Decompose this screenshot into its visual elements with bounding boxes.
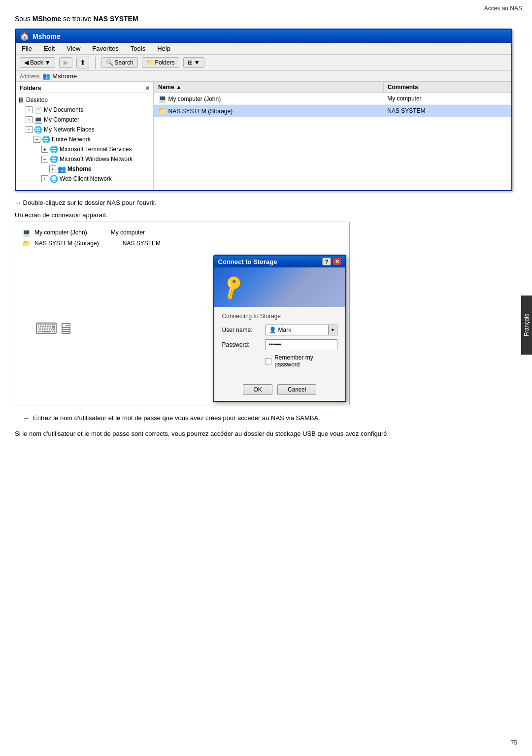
back-dropdown-icon: ▼ xyxy=(45,59,51,66)
entire-network-icon: 🌐 xyxy=(42,135,50,143)
menu-file[interactable]: File xyxy=(20,44,34,53)
my-computer-label: My Computer xyxy=(44,116,79,123)
footer-text-1: Entrez le nom d'utilisateur et le mot de… xyxy=(33,413,320,423)
dialog-password-field: Password: •••••• xyxy=(222,339,337,350)
tree-terminal-services[interactable]: + 🌐 Microsoft Terminal Services xyxy=(18,144,151,154)
preview-row-1: 💻 My computer (John) My computer xyxy=(22,227,342,238)
tree-my-network-places[interactable]: − 🌐 My Network Places xyxy=(18,125,151,134)
table-row[interactable]: 💻My computer (John) My computer xyxy=(154,93,511,105)
page-number: 75 xyxy=(511,739,517,746)
dialog-form: Connecting to Storage User name: 👤 Mark … xyxy=(214,307,345,380)
mshome-icon: 👥 xyxy=(58,165,66,173)
toolbar-sep1 xyxy=(95,57,96,68)
preview-name-2: NAS SYSTEM (Storage) xyxy=(34,240,99,247)
dialog-username-dropdown[interactable]: ▼ xyxy=(329,325,337,335)
menu-help[interactable]: Help xyxy=(155,44,172,53)
search-label: Search xyxy=(115,59,133,66)
forward-button[interactable]: ▶ xyxy=(59,57,72,68)
dialog-help-button[interactable]: ? xyxy=(322,258,331,265)
web-client-icon: 🌐 xyxy=(50,175,58,183)
file-icon-nas: 📁 xyxy=(158,107,166,115)
files-table: Name ▲ Comments 💻My computer (John) My c… xyxy=(154,82,511,117)
menu-tools[interactable]: Tools xyxy=(129,44,147,53)
tree-my-computer[interactable]: + 💻 My Computer xyxy=(18,115,151,125)
view-dropdown-icon: ▼ xyxy=(194,59,200,66)
windows-network-toggle[interactable]: − xyxy=(41,156,48,163)
dialog-password-value: •••••• xyxy=(269,341,281,348)
back-label: Back xyxy=(30,59,43,66)
dialog-password-input[interactable]: •••••• xyxy=(266,339,337,350)
mshome-toggle[interactable]: + xyxy=(49,165,56,172)
back-arrow-icon: ◀ xyxy=(24,59,29,66)
view-icon: ⊞ xyxy=(188,59,193,66)
address-value[interactable]: 👥 Mshome xyxy=(42,72,77,80)
tree-mshome[interactable]: + 👥 Mshome xyxy=(18,164,151,174)
search-button[interactable]: 🔍 Search xyxy=(101,57,138,68)
preview-icon-2: 📁 xyxy=(22,239,31,247)
file-icon-computer: 💻 xyxy=(158,95,166,102)
desktop-icon: 🖥 xyxy=(18,96,25,104)
back-button[interactable]: ◀ Back ▼ xyxy=(20,57,55,68)
dialog-banner: 🔑 xyxy=(214,267,345,307)
dialog-titlebar: Connect to Storage ? ✕ xyxy=(214,256,345,267)
files-panel: Name ▲ Comments 💻My computer (John) My c… xyxy=(154,82,511,190)
windows-network-icon: 🌐 xyxy=(50,155,58,163)
up-icon: ⬆ xyxy=(80,59,86,66)
up-button[interactable]: ⬆ xyxy=(76,57,89,68)
menu-favorites[interactable]: Favorites xyxy=(90,44,120,53)
entire-network-label: Entire Network xyxy=(52,136,91,143)
cursor-area: ⌨🖥 xyxy=(18,255,90,402)
connect-to-storage-dialog: Connect to Storage ? ✕ 🔑 Connecting to S… xyxy=(213,255,346,402)
web-client-toggle[interactable]: + xyxy=(41,175,48,182)
col-comments[interactable]: Comments xyxy=(383,82,511,93)
tree-desktop[interactable]: 🖥 Desktop xyxy=(18,95,151,105)
tree-windows-network[interactable]: − 🌐 Microsoft Windows Network xyxy=(18,154,151,164)
remember-password-checkbox[interactable] xyxy=(266,358,272,364)
remember-password-label: Remember my password xyxy=(274,354,337,368)
intro-bold2: NAS SYSTEM xyxy=(94,15,138,23)
my-documents-toggle[interactable]: + xyxy=(26,106,33,113)
tree-my-documents[interactable]: + 📄 My Documents xyxy=(18,105,151,115)
preview-section: 💻 My computer (John) My computer 📁 NAS S… xyxy=(15,222,350,405)
dialog-title: Connect to Storage xyxy=(218,258,277,265)
sidebar-tab: Français xyxy=(521,296,532,355)
dialog-username-input[interactable]: 👤 Mark xyxy=(266,325,329,335)
folders-panel-header: Folders xyxy=(20,85,41,92)
explorer-address-bar: Address 👥 Mshome xyxy=(16,71,511,82)
dialog-username-field: User name: 👤 Mark ▼ xyxy=(222,325,337,335)
preview-name-1: My computer (John) xyxy=(34,229,87,236)
my-computer-icon: 💻 xyxy=(34,116,42,124)
top-label: Accès au NAS xyxy=(484,5,522,12)
my-documents-label: My Documents xyxy=(44,106,83,113)
dialog-username-value: Mark xyxy=(278,327,292,333)
table-row[interactable]: 📁NAS SYSTEM (Storage) NAS SYSTEM xyxy=(154,105,511,117)
folders-panel-close[interactable]: × xyxy=(146,85,149,92)
terminal-services-label: Microsoft Terminal Services xyxy=(60,146,132,153)
explorer-title-icon: 🏠 xyxy=(20,32,30,41)
my-computer-toggle[interactable]: + xyxy=(26,116,33,123)
view-button[interactable]: ⊞ ▼ xyxy=(183,57,204,68)
tree-web-client[interactable]: + 🌐 Web Client Network xyxy=(18,174,151,184)
explorer-window: 🏠 Mshome File Edit View Favorites Tools … xyxy=(15,29,512,191)
folders-label: Folders xyxy=(155,59,175,66)
explorer-title: Mshome xyxy=(33,33,61,40)
dialog-titlebar-buttons: ? ✕ xyxy=(322,258,341,265)
dialog-ok-button[interactable]: OK xyxy=(243,384,272,395)
menu-edit[interactable]: Edit xyxy=(42,44,57,53)
dialog-key-icon: 🔑 xyxy=(218,273,248,302)
dialog-cancel-button[interactable]: Cancel xyxy=(277,384,316,395)
dialog-footer: OK Cancel xyxy=(214,380,345,401)
entire-network-toggle[interactable]: − xyxy=(33,136,40,143)
my-network-toggle[interactable]: − xyxy=(26,126,33,133)
dialog-close-button[interactable]: ✕ xyxy=(332,258,341,265)
explorer-menubar: File Edit View Favorites Tools Help xyxy=(16,43,511,55)
col-name[interactable]: Name ▲ xyxy=(154,82,384,93)
tree-entire-network[interactable]: − 🌐 Entire Network xyxy=(18,134,151,144)
preview-comment-1: My computer xyxy=(111,229,145,236)
preview-row-2: 📁 NAS SYSTEM (Storage) NAS SYSTEM xyxy=(22,238,342,249)
terminal-services-toggle[interactable]: + xyxy=(41,146,48,153)
folders-button[interactable]: 📁 Folders xyxy=(142,57,179,68)
intro-text-pre: Sous xyxy=(15,15,33,23)
menu-view[interactable]: View xyxy=(65,44,82,53)
dialog-username-label: User name: xyxy=(222,327,262,333)
